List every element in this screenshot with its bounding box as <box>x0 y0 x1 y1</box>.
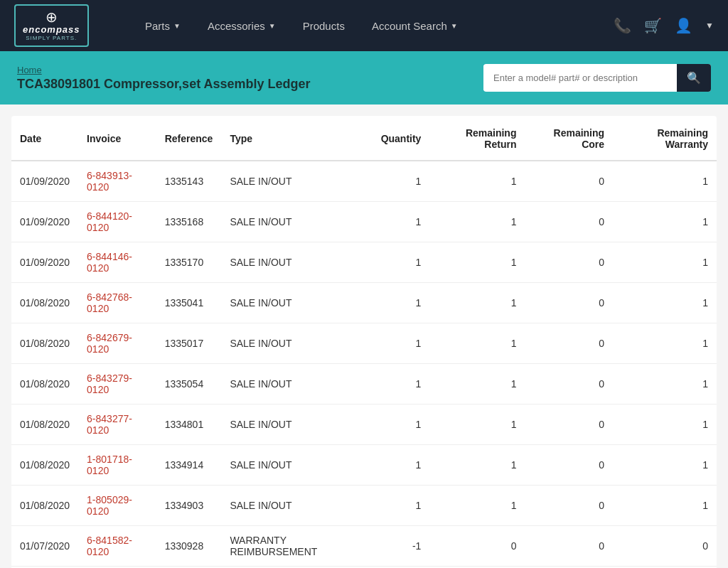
cell-rem-warranty: 0 <box>613 526 717 567</box>
user-icon[interactable]: 👤 <box>675 17 692 34</box>
invoice-link[interactable]: 6-844146-0120 <box>87 251 132 274</box>
cell-qty: 1 <box>373 202 430 242</box>
nav-account-search-label: Account Search <box>372 20 447 32</box>
cell-reference: 1335054 <box>156 364 222 404</box>
invoice-link[interactable]: 6-843279-0120 <box>87 373 132 395</box>
cell-rem-warranty: 1 <box>613 323 717 364</box>
cell-rem-warranty: 1 <box>613 283 717 323</box>
cell-date: 01/09/2020 <box>11 202 78 242</box>
ledger-table: Date Invoice Reference Type Quantity Rem… <box>11 116 717 568</box>
cell-reference: 1334801 <box>156 404 222 445</box>
cell-type: SALE IN/OUT <box>221 202 372 242</box>
teal-band: Home TCA38091801 Compressor,set Assembly… <box>0 51 728 105</box>
nav-item-parts[interactable]: Parts ▼ <box>135 14 191 38</box>
cell-rem-core: 0 <box>525 161 613 202</box>
logo-icon: ⊕ <box>46 10 58 24</box>
cell-rem-return: 1 <box>429 161 525 202</box>
cell-rem-return: 1 <box>429 404 525 445</box>
nav-products-label: Products <box>303 20 345 32</box>
cell-rem-core: 0 <box>525 202 613 242</box>
cell-rem-core: 0 <box>525 445 613 486</box>
cell-invoice[interactable]: 6-843279-0120 <box>78 364 156 404</box>
cell-reference: 1330928 <box>156 526 222 567</box>
cell-rem-core: 0 <box>525 323 613 364</box>
nav-right-chevron-icon[interactable]: ▼ <box>705 21 714 31</box>
col-header-quantity: Quantity <box>373 116 430 161</box>
col-header-remaining-core: Remaining Core <box>525 116 613 161</box>
cell-rem-return: 1 <box>429 445 525 486</box>
cell-date: 01/08/2020 <box>11 283 78 323</box>
invoice-link[interactable]: 6-843913-0120 <box>87 170 132 193</box>
table-row: 01/08/20206-842679-01201335017SALE IN/OU… <box>11 323 717 364</box>
cell-rem-warranty: 1 <box>613 202 717 242</box>
invoice-link[interactable]: 6-844120-0120 <box>87 210 132 233</box>
nav-item-account-search[interactable]: Account Search ▼ <box>362 14 468 38</box>
nav-item-accessories[interactable]: Accessories ▼ <box>198 14 286 38</box>
table-row: 01/08/20206-843279-01201335054SALE IN/OU… <box>11 364 717 404</box>
invoice-link[interactable]: 1-805029-0120 <box>87 494 132 517</box>
cart-icon[interactable]: 🛒 <box>644 17 662 34</box>
search-button[interactable]: 🔍 <box>677 64 711 92</box>
nav-parts-label: Parts <box>145 20 170 32</box>
cell-rem-warranty: 1 <box>613 364 717 404</box>
cell-type: SALE IN/OUT <box>221 242 372 283</box>
cell-date: 01/08/2020 <box>11 404 78 445</box>
nav-item-products[interactable]: Products <box>293 14 355 38</box>
cell-invoice[interactable]: 1-801718-0120 <box>78 445 156 486</box>
breadcrumb-home[interactable]: Home <box>17 65 311 75</box>
col-header-remaining-warranty: Remaining Warranty <box>613 116 717 161</box>
cell-rem-core: 0 <box>525 364 613 404</box>
cell-qty: 1 <box>373 445 430 486</box>
search-input[interactable] <box>483 65 677 90</box>
cell-rem-core: 0 <box>525 283 613 323</box>
invoice-link[interactable]: 6-842768-0120 <box>87 291 132 314</box>
cell-date: 01/08/2020 <box>11 323 78 364</box>
table-row: 01/08/20201-805029-01201334903SALE IN/OU… <box>11 486 717 526</box>
page-title: TCA38091801 Compressor,set Assembly Ledg… <box>17 77 311 92</box>
cell-reference: 1334914 <box>156 445 222 486</box>
cell-rem-warranty: 1 <box>613 404 717 445</box>
cell-rem-warranty: 1 <box>613 445 717 486</box>
cell-invoice[interactable]: 6-842679-0120 <box>78 323 156 364</box>
accessories-chevron-icon: ▼ <box>269 22 276 30</box>
cell-reference: 1335168 <box>156 202 222 242</box>
cell-reference: 1335017 <box>156 323 222 364</box>
logo-text-main: encompass <box>23 24 80 35</box>
cell-invoice[interactable]: 6-843913-0120 <box>78 161 156 202</box>
col-header-remaining-return: Remaining Return <box>429 116 525 161</box>
breadcrumb-section: Home TCA38091801 Compressor,set Assembly… <box>17 65 311 92</box>
cell-invoice[interactable]: 6-844146-0120 <box>78 242 156 283</box>
cell-invoice[interactable]: 6-843277-0120 <box>78 404 156 445</box>
nav-right: 📞 🛒 👤 ▼ <box>614 17 714 34</box>
cell-rem-warranty: 1 <box>613 161 717 202</box>
parts-chevron-icon: ▼ <box>173 22 181 30</box>
main-content: Date Invoice Reference Type Quantity Rem… <box>11 116 717 568</box>
cell-invoice[interactable]: 6-842768-0120 <box>78 283 156 323</box>
col-header-invoice: Invoice <box>78 116 156 161</box>
cell-rem-return: 0 <box>429 526 525 567</box>
cell-rem-warranty: 1 <box>613 242 717 283</box>
cell-qty: 1 <box>373 486 430 526</box>
table-row: 01/07/20206-841582-01201330928WARRANTY R… <box>11 526 717 567</box>
cell-type: SALE IN/OUT <box>221 364 372 404</box>
cell-reference: 1334903 <box>156 486 222 526</box>
cell-invoice[interactable]: 1-805029-0120 <box>78 486 156 526</box>
table-row: 01/08/20206-843277-01201334801SALE IN/OU… <box>11 404 717 445</box>
table-header-row: Date Invoice Reference Type Quantity Rem… <box>11 116 717 161</box>
phone-icon[interactable]: 📞 <box>614 17 631 34</box>
invoice-link[interactable]: 1-801718-0120 <box>87 454 132 476</box>
cell-rem-core: 0 <box>525 404 613 445</box>
cell-invoice[interactable]: 6-844120-0120 <box>78 202 156 242</box>
navbar: ⊕ encompass SIMPLY PARTS. Parts ▼ Access… <box>0 0 728 51</box>
table-row: 01/09/20206-844120-01201335168SALE IN/OU… <box>11 202 717 242</box>
invoice-link[interactable]: 6-842679-0120 <box>87 332 132 355</box>
col-header-type: Type <box>221 116 372 161</box>
search-box: 🔍 <box>483 64 711 92</box>
cell-type: WARRANTY REIMBURSEMENT <box>221 526 372 567</box>
cell-qty: 1 <box>373 404 430 445</box>
cell-type: SALE IN/OUT <box>221 283 372 323</box>
table-row: 01/09/20206-844146-01201335170SALE IN/OU… <box>11 242 717 283</box>
invoice-link[interactable]: 6-843277-0120 <box>87 413 132 436</box>
invoice-link[interactable]: 6-841582-0120 <box>87 535 132 557</box>
cell-invoice[interactable]: 6-841582-0120 <box>78 526 156 567</box>
